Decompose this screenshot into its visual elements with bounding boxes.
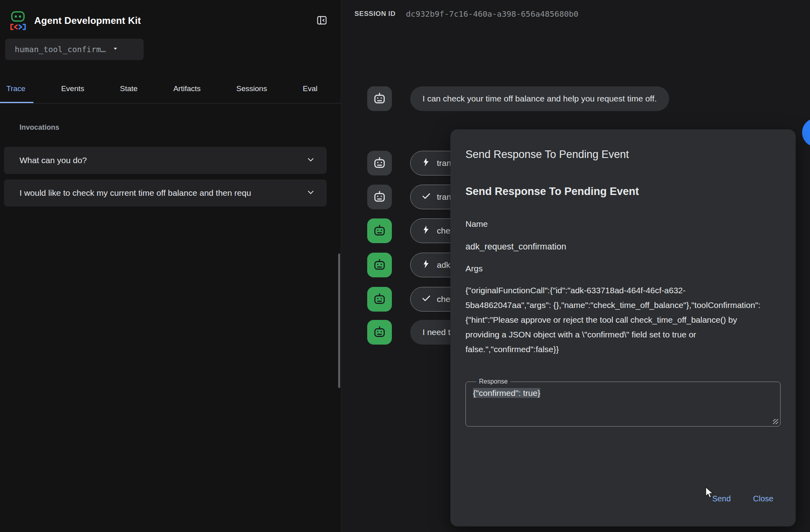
bot-avatar-icon bbox=[367, 185, 392, 209]
agent-avatar-icon bbox=[367, 218, 392, 243]
event-heading: Send Response To Pending Event bbox=[465, 185, 781, 198]
response-value: {"confirmed": true} bbox=[473, 388, 773, 398]
bot-avatar-icon bbox=[367, 151, 392, 175]
session-bar: SESSION ID dc932b9f-7c16-460a-a398-656a4… bbox=[342, 0, 810, 28]
send-response-dialog: Send Response To Pending Event Send Resp… bbox=[450, 129, 796, 526]
adk-logo-icon bbox=[9, 11, 27, 31]
response-textarea[interactable]: Response {"confirmed": true} bbox=[465, 378, 781, 427]
invocation-text: I would like to check my current time of… bbox=[19, 188, 299, 198]
name-value: adk_request_confirmation bbox=[465, 242, 781, 252]
args-label: Args bbox=[465, 264, 781, 273]
tab-eval[interactable]: Eval bbox=[295, 76, 325, 103]
agent-selector-value: human_tool_confirm… bbox=[15, 45, 106, 54]
check-icon bbox=[421, 293, 431, 305]
collapse-panel-icon bbox=[316, 14, 328, 27]
event-chip-label: che bbox=[437, 294, 450, 304]
send-button[interactable]: Send bbox=[712, 494, 731, 503]
dialog-title: Send Response To Pending Event bbox=[465, 148, 781, 161]
invocations-heading: Invocations bbox=[19, 123, 59, 132]
bot-message-bubble: I can check your time off balance and he… bbox=[410, 86, 669, 111]
close-button[interactable]: Close bbox=[753, 494, 773, 503]
chat-row: I need t bbox=[367, 320, 463, 345]
agent-avatar-icon bbox=[367, 320, 392, 345]
event-chip-label: tran bbox=[437, 158, 451, 168]
chevron-down-icon bbox=[299, 155, 315, 166]
response-label: Response bbox=[476, 378, 510, 385]
session-id-label: SESSION ID bbox=[354, 10, 395, 18]
event-chip-label: tran bbox=[437, 192, 451, 202]
app-title: Agent Development Kit bbox=[34, 15, 314, 26]
chevron-down-icon bbox=[299, 187, 315, 199]
tab-artifacts[interactable]: Artifacts bbox=[166, 76, 209, 103]
sidebar: Agent Development Kit human_tool_confirm… bbox=[0, 0, 341, 532]
tab-sessions[interactable]: Sessions bbox=[228, 76, 275, 103]
chat-row: I can check your time off balance and he… bbox=[367, 86, 669, 111]
tab-trace[interactable]: Trace bbox=[0, 76, 33, 103]
collapse-panel-button[interactable] bbox=[314, 13, 330, 29]
event-chip-label: adk bbox=[437, 260, 450, 270]
agent-selector[interactable]: human_tool_confirm… bbox=[5, 39, 144, 60]
agent-avatar-icon bbox=[367, 253, 392, 277]
tab-events[interactable]: Events bbox=[53, 76, 92, 103]
session-id-value: dc932b9f-7c16-460a-a398-656a485680b0 bbox=[406, 9, 578, 19]
tab-bar: Trace Events State Artifacts Sessions Ev… bbox=[0, 76, 341, 103]
bolt-icon bbox=[421, 157, 431, 169]
name-label: Name bbox=[465, 219, 781, 229]
invocation-item[interactable]: What can you do? bbox=[4, 147, 327, 174]
dropdown-caret-icon bbox=[111, 45, 119, 54]
agent-avatar-icon bbox=[367, 287, 392, 312]
resize-handle[interactable] bbox=[773, 419, 778, 424]
invocation-text: What can you do? bbox=[19, 156, 299, 165]
tab-state[interactable]: State bbox=[112, 76, 146, 103]
check-icon bbox=[421, 191, 431, 203]
adk-web-app: Agent Development Kit human_tool_confirm… bbox=[0, 0, 810, 532]
dialog-actions: Send Close bbox=[712, 494, 773, 503]
sidebar-header: Agent Development Kit bbox=[0, 0, 341, 41]
bolt-icon bbox=[421, 259, 431, 271]
args-value: {"originalFunctionCall":{"id":"adk-63371… bbox=[465, 283, 765, 357]
event-chip-label: che bbox=[437, 226, 450, 236]
bot-avatar-icon bbox=[367, 86, 392, 111]
sidebar-scrollbar[interactable] bbox=[338, 253, 340, 388]
invocation-item[interactable]: I would like to check my current time of… bbox=[4, 179, 327, 207]
bolt-icon bbox=[421, 225, 431, 237]
